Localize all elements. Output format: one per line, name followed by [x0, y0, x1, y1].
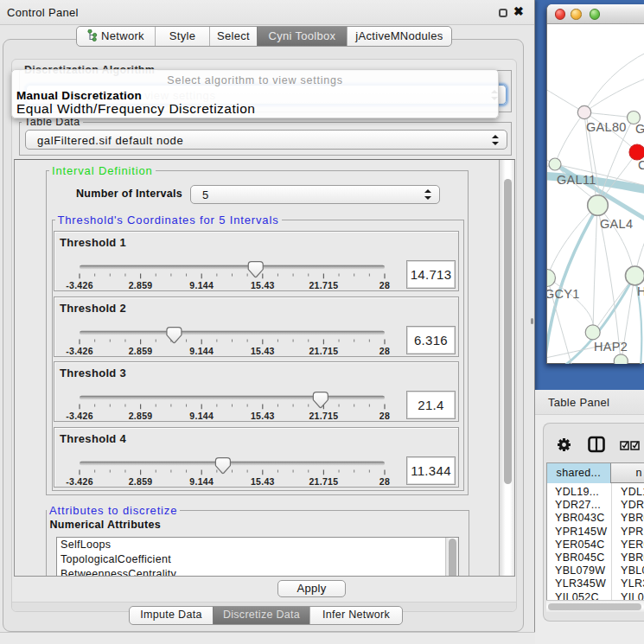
svg-text:15.43: 15.43 [251, 411, 275, 421]
svg-text:28: 28 [379, 346, 390, 356]
svg-text:9.144: 9.144 [189, 411, 214, 421]
svg-text:GAL80: GAL80 [586, 120, 627, 134]
svg-text:21.715: 21.715 [309, 476, 338, 487]
svg-text:-3.426: -3.426 [66, 346, 93, 356]
svg-text:9.144: 9.144 [189, 476, 214, 487]
svg-text:9.144: 9.144 [189, 346, 214, 356]
svg-text:HAP2: HAP2 [594, 340, 628, 354]
svg-text:-3.426: -3.426 [66, 411, 93, 421]
svg-text:21.715: 21.715 [309, 411, 338, 421]
svg-text:2.859: 2.859 [129, 411, 153, 421]
svg-text:GCY1: GCY1 [547, 287, 580, 301]
svg-text:28: 28 [379, 280, 390, 290]
svg-text:-3.426: -3.426 [66, 280, 93, 290]
svg-text:15.43: 15.43 [251, 476, 275, 487]
svg-text:GA: GA [635, 122, 644, 136]
svg-text:2.859: 2.859 [129, 280, 153, 290]
svg-text:2.859: 2.859 [129, 346, 153, 356]
svg-text:15.43: 15.43 [251, 280, 275, 290]
svg-text:15.43: 15.43 [251, 346, 275, 356]
svg-text:9.144: 9.144 [189, 280, 214, 290]
svg-text:21.715: 21.715 [309, 280, 338, 290]
svg-text:H: H [637, 284, 644, 298]
svg-text:28: 28 [379, 411, 390, 421]
svg-text:-3.426: -3.426 [66, 476, 93, 487]
svg-text:21.715: 21.715 [309, 346, 338, 356]
svg-text:C: C [638, 158, 644, 172]
svg-text:GAL4: GAL4 [600, 217, 633, 231]
svg-text:2.859: 2.859 [129, 476, 153, 487]
svg-text:GAL11: GAL11 [557, 173, 596, 187]
svg-text:28: 28 [379, 476, 390, 487]
